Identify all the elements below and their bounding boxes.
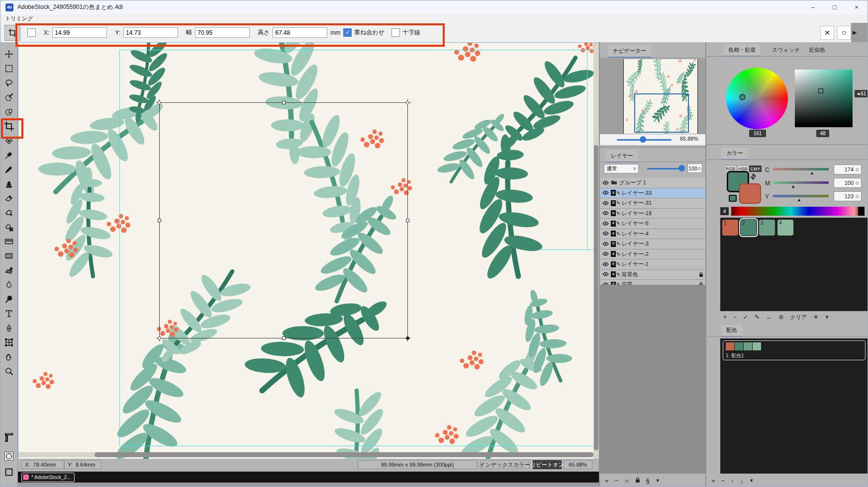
edit-color-button[interactable]: ✎ — [755, 314, 760, 321]
confirm-crop-button[interactable]: ○ — [837, 26, 851, 40]
saturation-value-marker[interactable] — [818, 88, 823, 93]
overlay-checkbox-box[interactable]: ✓ — [343, 28, 352, 37]
add-layer-button[interactable]: + — [605, 477, 609, 485]
maximize-button[interactable]: □ — [824, 0, 846, 14]
crop-width-input[interactable] — [195, 27, 250, 38]
saturation-value-square[interactable] — [795, 70, 853, 127]
canvas[interactable] — [18, 42, 599, 459]
tab-navigator[interactable]: ナビゲーター — [608, 45, 651, 58]
fill-tool[interactable] — [2, 206, 15, 219]
cancel-crop-button[interactable]: × — [820, 26, 834, 40]
marquee-tool[interactable] — [2, 62, 15, 75]
crop-option-button[interactable] — [4, 25, 20, 41]
vertical-scrollbar-thumb[interactable] — [594, 145, 598, 450]
apply-color-button[interactable]: ✓ — [743, 314, 748, 321]
overlay-checkbox[interactable]: ✓ 重ね合わせ — [343, 28, 385, 37]
zoom-readout[interactable]: 65.88% — [564, 460, 592, 469]
crop-tool[interactable] — [2, 120, 15, 133]
scheme-menu-button[interactable]: ▼ — [749, 478, 754, 483]
eraser-tool[interactable] — [2, 192, 15, 205]
palette-chip-4[interactable]: 4 — [777, 220, 793, 236]
crop-corner-bottom-left[interactable] — [156, 335, 163, 341]
background-color-swatch[interactable] — [739, 183, 761, 204]
pattern-fill-tool[interactable] — [2, 221, 15, 234]
hand-tool[interactable] — [2, 350, 15, 363]
rectangle-tool[interactable] — [2, 249, 15, 262]
index-spectrum-bar[interactable] — [731, 207, 865, 216]
cyan-slider-marker[interactable]: ▲ — [810, 170, 814, 175]
smudge-tool[interactable] — [2, 293, 15, 306]
yellow-slider-marker[interactable]: ▲ — [797, 197, 801, 202]
crosshair-checkbox[interactable]: 十字線 — [391, 28, 420, 37]
visibility-eye-icon[interactable] — [602, 221, 609, 226]
visibility-eye-icon[interactable] — [602, 251, 609, 256]
palette-chip-2[interactable]: 2 — [741, 220, 757, 236]
pattern-stamp-tool[interactable] — [2, 134, 15, 147]
crop-y-input[interactable] — [123, 27, 178, 38]
tab-similar-colors[interactable]: 近似色 — [804, 44, 830, 56]
layer-row[interactable]: 8 ✎ レイヤー-2 — [600, 249, 705, 260]
repeat-toggle[interactable]: リピートオン — [533, 460, 562, 469]
visibility-eye-icon[interactable] — [602, 231, 609, 236]
layer-row[interactable]: 8 ✎ レイヤー-4 — [600, 229, 705, 240]
layer-row-background-color[interactable]: 8 ✎ 背景色 — [600, 270, 705, 280]
layer-row[interactable]: 8 ✎ レイヤー-5 — [600, 219, 705, 229]
layer-row[interactable]: 8 ✎ レイヤー-3 — [600, 239, 705, 249]
visibility-eye-icon[interactable] — [602, 190, 609, 195]
zoom-tool[interactable] — [2, 365, 15, 378]
visibility-eye-icon[interactable] — [602, 242, 609, 246]
yellow-value-box[interactable]: 123◇ — [834, 191, 862, 201]
close-button[interactable]: × — [846, 0, 868, 14]
remove-color-button[interactable]: − — [733, 314, 737, 321]
merge-layer-button[interactable]: ∩ — [624, 477, 629, 485]
visibility-eye-icon[interactable] — [602, 201, 609, 206]
palette-chip-3[interactable]: 3 — [759, 220, 775, 236]
color-scheme-item[interactable]: 1: 配色1 — [723, 340, 866, 360]
layer-row[interactable]: 8 ✎ レイヤー-33 — [600, 188, 705, 199]
add-color-button[interactable]: + — [723, 314, 727, 321]
shape-pen-tool[interactable] — [2, 264, 15, 277]
palette-chip-1[interactable]: 1 — [722, 220, 738, 236]
crop-selection[interactable] — [159, 102, 408, 338]
layer-row[interactable]: 8 ✎ レイヤー-18 — [600, 209, 705, 219]
crop-x-input[interactable] — [52, 27, 107, 38]
ruler-tool[interactable] — [2, 431, 15, 444]
crosshair-checkbox-box[interactable] — [391, 28, 400, 37]
crop-corner-top-left[interactable] — [156, 99, 163, 106]
exclude-color-button[interactable]: ⊘ — [778, 314, 783, 321]
menu-trimming[interactable]: トリミング — [5, 15, 33, 22]
layer-row[interactable]: 8 ✎ レイヤー-1 — [600, 259, 705, 270]
dashed-circle-tool[interactable] — [2, 450, 15, 463]
swap-colors-icon[interactable]: ⇄ — [748, 171, 758, 181]
tab-hue-saturation[interactable]: 色相・彩度 — [723, 44, 761, 57]
lock-layer-button[interactable] — [635, 477, 640, 485]
crop-corner-top-right[interactable] — [404, 99, 411, 106]
tab-swatches[interactable]: スウォッチ — [767, 44, 805, 56]
selection-pen-tool[interactable] — [2, 105, 15, 118]
move-up-button[interactable]: ↑ — [731, 477, 734, 485]
color-menu-button[interactable]: ▼ — [825, 315, 829, 320]
cyan-value-box[interactable]: 174◇ — [834, 164, 862, 174]
layer-row[interactable]: 8 ✎ レイヤー-31 — [600, 198, 705, 209]
constrain-checkbox[interactable] — [27, 28, 36, 37]
navigator-view-rectangle[interactable] — [634, 93, 689, 133]
move-tool[interactable] — [2, 48, 15, 61]
crop-handle-left[interactable] — [158, 219, 161, 222]
expand-arrow-icon[interactable]: ▶ — [853, 29, 857, 36]
layer-row-group[interactable]: グループ 1 — [600, 178, 705, 188]
pen-tool[interactable] — [2, 322, 15, 334]
move-down-button[interactable]: ↓ — [740, 477, 744, 485]
mode-cmy-button[interactable]: CMY — [749, 165, 762, 172]
color-mode-indicator[interactable]: インデックスカラー — [481, 460, 529, 469]
crop-handle-top[interactable] — [282, 101, 286, 104]
swap-color-button[interactable]: ↔ — [766, 314, 772, 321]
grid-tool[interactable] — [2, 336, 15, 349]
remove-scheme-button[interactable]: − — [721, 477, 725, 485]
blend-mode-dropdown[interactable]: 通常∨ — [604, 164, 639, 173]
visibility-eye-icon[interactable] — [602, 211, 609, 216]
visibility-eye-icon[interactable] — [602, 180, 609, 185]
crop-corner-bottom-right[interactable] — [404, 335, 411, 341]
asterisk-button[interactable]: ✳ — [813, 314, 818, 321]
brush-tool[interactable] — [2, 163, 15, 176]
opacity-slider-handle[interactable] — [678, 165, 685, 171]
